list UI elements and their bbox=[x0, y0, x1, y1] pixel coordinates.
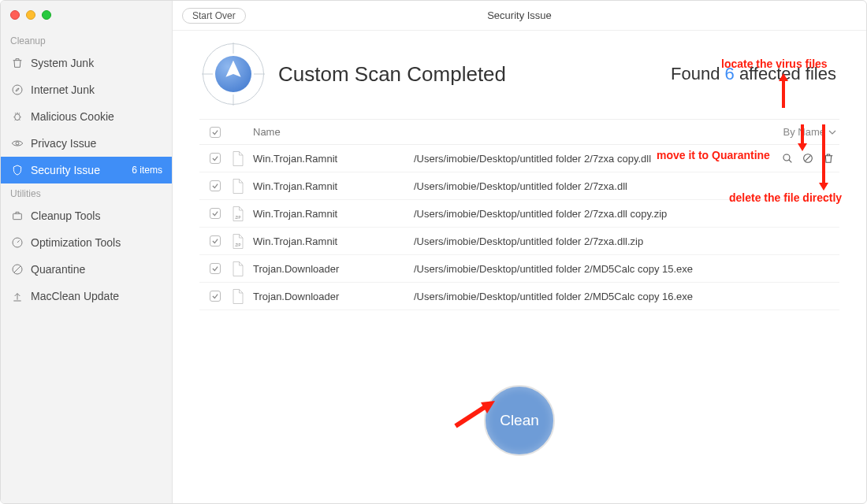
select-all-checkbox[interactable] bbox=[210, 127, 221, 138]
scan-header: Custom Scan Completed Found 6 affected f… bbox=[173, 31, 866, 119]
sidebar-item-label: Quarantine bbox=[31, 263, 85, 276]
sidebar-item-count: 6 items bbox=[132, 165, 162, 176]
delete-file-button[interactable] bbox=[820, 150, 836, 166]
threat-name: Win.Trojan.Ramnit bbox=[253, 235, 414, 247]
sidebar: CleanupSystem JunkInternet JunkMalicious… bbox=[1, 1, 173, 503]
main-panel: Start Over Security Issue Custom Scan Co… bbox=[173, 1, 866, 503]
zip-file-icon: ZIP bbox=[231, 232, 245, 250]
table-row[interactable]: ZIPWin.Trojan.Ramnit/Users/imobie/Deskto… bbox=[199, 200, 839, 228]
found-summary: Found 6 affected files bbox=[671, 64, 836, 83]
file-path: /Users/imobie/Desktop/untitled folder 2/… bbox=[414, 291, 839, 302]
traffic-lights bbox=[1, 1, 172, 31]
clean-button[interactable]: Clean bbox=[484, 385, 555, 456]
sidebar-item-system-junk[interactable]: System Junk bbox=[1, 50, 172, 76]
sidebar-item-label: Malicious Cookie bbox=[31, 110, 114, 123]
table-row[interactable]: Win.Trojan.Ramnit/Users/imobie/Desktop/u… bbox=[199, 172, 839, 200]
table-header: Name By Name bbox=[199, 120, 839, 145]
threat-name: Win.Trojan.Ramnit bbox=[253, 180, 414, 192]
upload-icon bbox=[10, 289, 24, 303]
bug-icon bbox=[10, 109, 24, 124]
threat-name: Win.Trojan.Ramnit bbox=[253, 153, 414, 165]
sidebar-item-macclean-update[interactable]: MacClean Update bbox=[1, 283, 172, 309]
quarantine-icon bbox=[10, 262, 24, 276]
sidebar-item-label: System Junk bbox=[31, 57, 94, 69]
sidebar-item-label: MacClean Update bbox=[31, 290, 119, 302]
sidebar-item-label: Cleanup Tools bbox=[31, 209, 100, 222]
svg-point-0 bbox=[13, 85, 22, 94]
sidebar-item-label: Internet Junk bbox=[31, 83, 95, 96]
svg-line-19 bbox=[456, 406, 487, 426]
group-label: Utilities bbox=[1, 183, 172, 202]
trash-icon bbox=[10, 56, 24, 70]
start-over-button[interactable]: Start Over bbox=[182, 8, 246, 24]
compass-icon bbox=[203, 43, 264, 105]
row-checkbox[interactable] bbox=[210, 208, 221, 219]
file-icon bbox=[231, 260, 245, 277]
svg-line-10 bbox=[806, 156, 811, 161]
threat-name: Trojan.Downloader bbox=[253, 291, 414, 302]
quarantine-file-button[interactable] bbox=[800, 150, 816, 166]
file-icon bbox=[231, 150, 245, 167]
minimize-window-button[interactable] bbox=[26, 10, 35, 20]
chevron-down-icon bbox=[828, 128, 836, 136]
svg-text:ZIP: ZIP bbox=[235, 243, 240, 246]
table-row[interactable]: ZIPWin.Trojan.Ramnit/Users/imobie/Deskto… bbox=[199, 228, 839, 255]
svg-line-8 bbox=[789, 160, 791, 162]
threat-name: Win.Trojan.Ramnit bbox=[253, 208, 414, 220]
row-checkbox[interactable] bbox=[210, 235, 221, 246]
zoom-window-button[interactable] bbox=[42, 10, 51, 20]
sidebar-item-optimization-tools[interactable]: Optimization Tools bbox=[1, 229, 172, 256]
scan-title: Custom Scan Completed bbox=[278, 62, 506, 87]
sidebar-item-label: Privacy Issue bbox=[31, 137, 96, 150]
close-window-button[interactable] bbox=[10, 10, 20, 20]
results-table: Name By Name Win.Trojan.Ramnit/Users/imo… bbox=[199, 119, 839, 310]
row-actions bbox=[780, 150, 836, 166]
table-row[interactable]: Win.Trojan.Ramnit/Users/imobie/Desktop/u… bbox=[199, 145, 839, 172]
sidebar-item-label: Security Issue bbox=[31, 164, 100, 176]
eye-icon bbox=[10, 136, 24, 150]
file-path: /Users/imobie/Desktop/untitled folder 2/… bbox=[414, 263, 839, 275]
file-path: /Users/imobie/Desktop/untitled folder 2/… bbox=[414, 208, 839, 220]
zip-file-icon: ZIP bbox=[231, 205, 245, 222]
svg-point-2 bbox=[16, 142, 19, 145]
row-checkbox[interactable] bbox=[210, 263, 221, 274]
safari-icon bbox=[10, 83, 24, 97]
sidebar-item-cleanup-tools[interactable]: Cleanup Tools bbox=[1, 202, 172, 229]
row-checkbox[interactable] bbox=[210, 180, 221, 191]
group-label: Cleanup bbox=[1, 31, 172, 50]
topbar: Start Over Security Issue bbox=[173, 1, 866, 31]
sidebar-item-privacy-issue[interactable]: Privacy Issue bbox=[1, 130, 172, 157]
row-checkbox[interactable] bbox=[210, 153, 221, 164]
file-path: /Users/imobie/Desktop/untitled folder 2/… bbox=[414, 153, 839, 165]
gauge-icon bbox=[10, 235, 24, 250]
row-checkbox[interactable] bbox=[210, 291, 221, 302]
window-title: Security Issue bbox=[487, 9, 552, 21]
sidebar-item-label: Optimization Tools bbox=[31, 236, 121, 249]
app-window: CleanupSystem JunkInternet JunkMalicious… bbox=[0, 0, 867, 504]
column-name: Name bbox=[253, 126, 414, 138]
svg-rect-3 bbox=[13, 213, 22, 219]
locate-file-button[interactable] bbox=[780, 150, 795, 166]
file-path: /Users/imobie/Desktop/untitled folder 2/… bbox=[414, 235, 839, 247]
svg-text:ZIP: ZIP bbox=[235, 215, 240, 219]
svg-point-7 bbox=[783, 154, 790, 161]
sidebar-item-quarantine[interactable]: Quarantine bbox=[1, 256, 172, 283]
file-icon bbox=[231, 177, 245, 195]
sort-by-name[interactable]: By Name bbox=[773, 126, 839, 138]
shield-icon bbox=[10, 163, 24, 177]
sidebar-item-malicious-cookie[interactable]: Malicious Cookie bbox=[1, 103, 172, 130]
sidebar-item-internet-junk[interactable]: Internet Junk bbox=[1, 76, 172, 103]
sidebar-item-security-issue[interactable]: Security Issue6 items bbox=[1, 157, 172, 183]
table-row[interactable]: Trojan.Downloader/Users/imobie/Desktop/u… bbox=[199, 283, 839, 310]
table-row[interactable]: Trojan.Downloader/Users/imobie/Desktop/u… bbox=[199, 255, 839, 283]
file-icon bbox=[231, 287, 245, 305]
briefcase-icon bbox=[10, 209, 24, 223]
threat-name: Trojan.Downloader bbox=[253, 263, 414, 275]
svg-marker-6 bbox=[225, 61, 240, 77]
file-path: /Users/imobie/Desktop/untitled folder 2/… bbox=[414, 180, 839, 192]
